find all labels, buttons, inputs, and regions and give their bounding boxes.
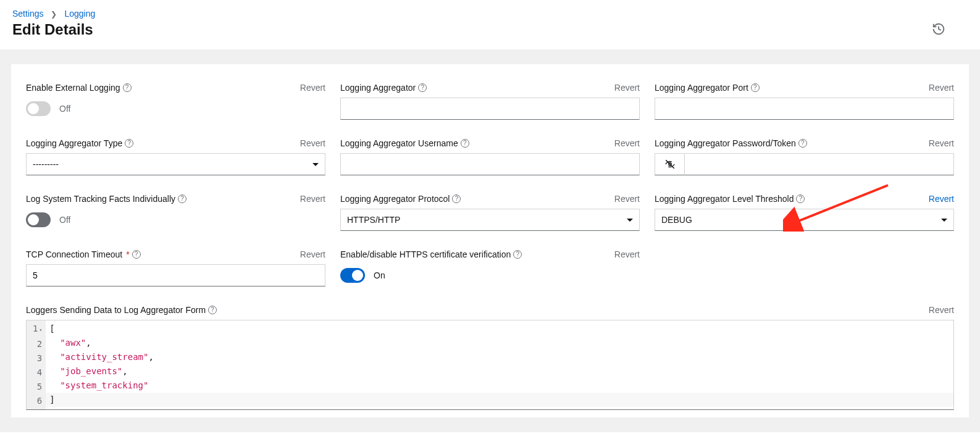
help-icon[interactable]: ? (132, 250, 141, 259)
select-protocol-value: HTTPS/HTTP (347, 215, 400, 225)
help-icon[interactable]: ? (125, 139, 133, 148)
label-loggers-form: Loggers Sending Data to Log Aggregator F… (26, 305, 206, 315)
select-level[interactable]: DEBUG (655, 209, 954, 231)
toggle-enable-external[interactable] (26, 101, 51, 116)
page-title: Edit Details (12, 21, 93, 38)
help-icon[interactable]: ? (751, 83, 760, 92)
code-gutter: 123456 (27, 320, 46, 409)
help-icon[interactable]: ? (208, 306, 217, 314)
label-protocol: Logging Aggregator Protocol (340, 194, 450, 204)
label-username: Logging Aggregator Username (340, 138, 458, 148)
toggle-https-verify[interactable] (340, 268, 365, 283)
select-type[interactable]: --------- (26, 153, 325, 175)
chevron-down-icon (941, 219, 947, 222)
label-level: Logging Aggregator Level Threshold (655, 194, 794, 204)
field-level-threshold: Logging Aggregator Level Threshold ? Rev… (655, 193, 954, 231)
select-type-value: --------- (33, 159, 59, 169)
toggle-password-visibility[interactable] (655, 153, 684, 175)
help-icon[interactable]: ? (461, 139, 469, 148)
breadcrumb-settings[interactable]: Settings (12, 9, 44, 19)
label-https-verify: Enable/disable HTTPS certificate verific… (340, 249, 511, 259)
field-empty-cell (655, 248, 954, 286)
select-protocol[interactable]: HTTPS/HTTP (340, 209, 640, 231)
code-body[interactable]: [ "awx", "activity_stream", "job_events"… (46, 320, 953, 409)
revert-type[interactable]: Revert (300, 138, 325, 148)
input-tcp-timeout[interactable] (26, 264, 325, 286)
input-aggregator[interactable] (340, 98, 640, 120)
breadcrumb-logging[interactable]: Logging (64, 9, 95, 19)
history-icon[interactable] (932, 22, 968, 38)
revert-aggregator[interactable]: Revert (614, 83, 640, 93)
chevron-down-icon (312, 163, 319, 166)
help-icon[interactable]: ? (798, 139, 807, 148)
toggle-track-facts[interactable] (26, 212, 51, 227)
revert-tcp-timeout[interactable]: Revert (300, 249, 325, 259)
help-icon[interactable]: ? (123, 83, 132, 92)
revert-level[interactable]: Revert (929, 194, 954, 204)
field-aggregator-password: Logging Aggregator Password/Token ? Reve… (655, 137, 954, 175)
revert-loggers-form[interactable]: Revert (929, 305, 954, 315)
toggle-status-https-verify: On (374, 270, 385, 280)
field-track-facts: Log System Tracking Facts Individually ?… (26, 193, 325, 231)
chevron-down-icon (627, 219, 633, 222)
label-type: Logging Aggregator Type (26, 138, 122, 148)
field-protocol: Logging Aggregator Protocol ? Revert HTT… (340, 193, 640, 231)
revert-password[interactable]: Revert (929, 138, 954, 148)
input-username[interactable] (340, 153, 640, 175)
input-password[interactable] (684, 153, 954, 175)
field-tcp-timeout: TCP Connection Timeout * ? Revert (26, 248, 325, 286)
help-icon[interactable]: ? (178, 194, 186, 203)
eye-slash-icon (664, 159, 676, 170)
field-aggregator-username: Logging Aggregator Username ? Revert (340, 137, 640, 175)
field-enable-external-logging: Enable External Logging ? Revert Off (26, 82, 325, 120)
revert-https-verify[interactable]: Revert (614, 249, 640, 259)
label-aggregator: Logging Aggregator (340, 83, 416, 93)
revert-username[interactable]: Revert (614, 138, 640, 148)
toggle-status-enable-external: Off (59, 104, 70, 114)
revert-port[interactable]: Revert (929, 83, 954, 93)
label-enable-external: Enable External Logging (26, 83, 120, 93)
required-indicator: * (126, 249, 129, 259)
field-aggregator-type: Logging Aggregator Type ? Revert -------… (26, 137, 325, 175)
help-icon[interactable]: ? (418, 83, 427, 92)
help-icon[interactable]: ? (452, 194, 461, 203)
field-loggers-form: Loggers Sending Data to Log Aggregator F… (26, 304, 954, 410)
help-icon[interactable]: ? (796, 194, 805, 203)
breadcrumb: Settings ❯ Logging (12, 9, 968, 19)
field-https-verify: Enable/disable HTTPS certificate verific… (340, 248, 640, 286)
field-logging-aggregator-port: Logging Aggregator Port ? Revert (655, 82, 954, 120)
help-icon[interactable]: ? (513, 250, 522, 259)
revert-enable-external[interactable]: Revert (300, 83, 325, 93)
breadcrumb-separator-icon: ❯ (51, 10, 57, 19)
label-tcp-timeout: TCP Connection Timeout (26, 249, 122, 259)
field-logging-aggregator: Logging Aggregator ? Revert (340, 82, 640, 120)
revert-track-facts[interactable]: Revert (300, 194, 325, 204)
label-port: Logging Aggregator Port (655, 83, 748, 93)
label-password: Logging Aggregator Password/Token (655, 138, 796, 148)
input-port[interactable] (655, 98, 954, 120)
toggle-status-track-facts: Off (59, 215, 70, 225)
label-track-facts: Log System Tracking Facts Individually (26, 194, 175, 204)
revert-protocol[interactable]: Revert (614, 194, 640, 204)
select-level-value: DEBUG (661, 215, 692, 225)
code-editor-loggers[interactable]: 123456 [ "awx", "activity_stream", "job_… (26, 320, 954, 410)
